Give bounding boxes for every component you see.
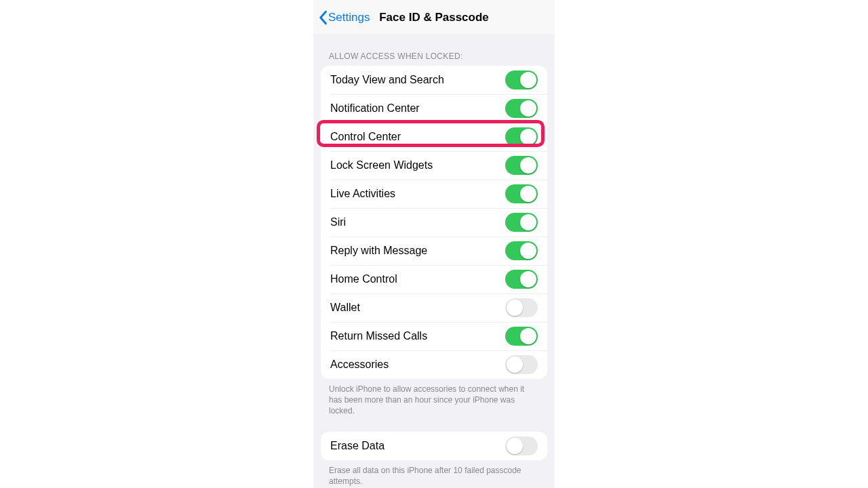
row-label: Control Center	[330, 131, 401, 143]
toggle-knob	[520, 186, 536, 202]
settings-row: Today View and Search	[321, 66, 547, 94]
settings-row: Wallet	[321, 293, 547, 322]
section-header-allow-access: ALLOW ACCESS WHEN LOCKED:	[314, 35, 554, 66]
back-button[interactable]: Settings	[314, 10, 370, 25]
toggle-switch[interactable]	[505, 436, 538, 455]
back-label: Settings	[328, 11, 370, 24]
toggle-knob	[520, 72, 536, 88]
toggle-switch[interactable]	[505, 241, 538, 260]
toggle-knob	[520, 328, 536, 344]
settings-row: Control Center	[321, 123, 547, 151]
toggle-switch[interactable]	[505, 70, 538, 89]
toggle-knob	[520, 129, 536, 145]
scroll-area[interactable]: ALLOW ACCESS WHEN LOCKED: Today View and…	[314, 35, 554, 488]
erase-footer-1: Erase all data on this iPhone after 10 f…	[314, 460, 554, 487]
toggle-knob	[507, 438, 523, 454]
settings-row: Accessories	[321, 350, 547, 379]
toggle-knob	[520, 100, 536, 117]
row-label: Return Missed Calls	[330, 330, 427, 342]
toggle-switch[interactable]	[505, 156, 538, 175]
toggle-switch[interactable]	[505, 270, 538, 289]
row-label: Accessories	[330, 359, 389, 371]
settings-row: Reply with Message	[321, 237, 547, 265]
settings-row: Home Control	[321, 265, 547, 293]
allow-access-group: Today View and SearchNotification Center…	[321, 66, 547, 379]
toggle-switch[interactable]	[505, 298, 538, 317]
settings-row: Erase Data	[321, 432, 547, 460]
toggle-switch[interactable]	[505, 127, 538, 146]
erase-data-group: Erase Data	[321, 432, 547, 460]
toggle-switch[interactable]	[505, 355, 538, 374]
settings-screen: Settings Face ID & Passcode ALLOW ACCESS…	[314, 0, 554, 488]
toggle-switch[interactable]	[505, 327, 538, 346]
settings-row: Return Missed Calls	[321, 322, 547, 350]
row-label: Notification Center	[330, 102, 420, 115]
toggle-switch[interactable]	[505, 213, 538, 232]
row-label: Live Activities	[330, 188, 395, 200]
row-label: Today View and Search	[330, 74, 444, 86]
row-label: Erase Data	[330, 440, 384, 452]
accessories-footer: Unlock iPhone to allow accessories to co…	[314, 379, 554, 417]
row-label: Wallet	[330, 302, 360, 314]
row-label: Reply with Message	[330, 245, 427, 257]
toggle-knob	[520, 271, 536, 287]
chevron-left-icon	[318, 10, 328, 25]
toggle-switch[interactable]	[505, 99, 538, 118]
settings-row: Live Activities	[321, 180, 547, 208]
row-label: Home Control	[330, 273, 397, 285]
row-label: Siri	[330, 216, 346, 228]
navbar: Settings Face ID & Passcode	[314, 0, 554, 35]
toggle-knob	[507, 300, 523, 316]
toggle-knob	[520, 157, 536, 174]
toggle-switch[interactable]	[505, 184, 538, 203]
toggle-knob	[507, 357, 523, 373]
toggle-knob	[520, 214, 536, 230]
toggle-knob	[520, 243, 536, 259]
settings-row: Notification Center	[321, 94, 547, 123]
settings-row: Lock Screen Widgets	[321, 151, 547, 180]
row-label: Lock Screen Widgets	[330, 159, 433, 171]
nav-title: Face ID & Passcode	[379, 11, 489, 24]
settings-row: Siri	[321, 208, 547, 237]
